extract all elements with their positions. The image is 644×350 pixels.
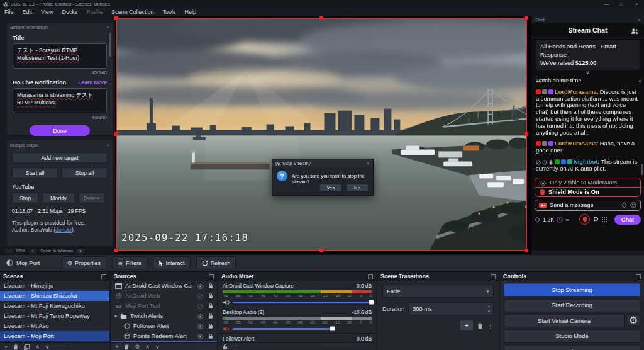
viewer-list-icon[interactable] bbox=[631, 26, 638, 35]
history-icon[interactable] bbox=[557, 216, 563, 223]
transition-select[interactable]: Fade ▾ bbox=[382, 285, 494, 298]
volume-slider[interactable] bbox=[233, 328, 372, 330]
remove-transition-icon[interactable] bbox=[477, 320, 483, 331]
scene-item[interactable]: Livecam - Mt Fuji Tenjo Ropeway bbox=[0, 311, 109, 321]
source-group[interactable]: ▾ Twitch Alerts bbox=[111, 311, 217, 321]
lock-icon[interactable] bbox=[208, 293, 213, 300]
notification-input[interactable]: Murasama is streaming テスト RTMP Multicast bbox=[13, 88, 107, 113]
visibility-icon[interactable] bbox=[197, 323, 204, 329]
source-properties-gear-icon[interactable]: ⚙ bbox=[135, 344, 140, 350]
lock-icon[interactable] bbox=[208, 283, 213, 290]
chat-input[interactable]: Send a message bbox=[535, 200, 641, 211]
dock-options-icon[interactable] bbox=[491, 273, 496, 279]
refresh-button[interactable]: Refresh bbox=[196, 256, 236, 269]
source-item[interactable]: Points Redeem Alert bbox=[111, 331, 217, 341]
stream-title-input[interactable]: テスト - Sorayuki RTMP Multistream Test (1-… bbox=[13, 43, 107, 69]
scene-item[interactable]: Livecam - Shimizu Shizuoka bbox=[0, 291, 109, 301]
zoom-out-button[interactable]: − bbox=[5, 249, 13, 253]
no-button[interactable]: No bbox=[346, 184, 369, 192]
stop-button[interactable]: Stop bbox=[12, 193, 38, 203]
remove-scene-icon[interactable] bbox=[13, 343, 18, 349]
send-chat-button[interactable]: Chat bbox=[614, 215, 641, 225]
settings-button[interactable]: Settings bbox=[504, 345, 640, 350]
zoom-in-button[interactable]: + bbox=[29, 249, 36, 253]
start-recording-button[interactable]: Start Recording bbox=[504, 299, 640, 312]
add-transition-button[interactable]: + bbox=[460, 320, 473, 330]
transition-options-icon[interactable]: ⋮ bbox=[487, 322, 494, 329]
selection-handle[interactable] bbox=[319, 16, 323, 20]
spin-up-icon[interactable]: ▲ bbox=[487, 303, 491, 308]
hidden-icon[interactable] bbox=[197, 293, 204, 299]
dialog-title-bar[interactable]: Stop Stream? × bbox=[272, 159, 373, 167]
remove-source-icon[interactable] bbox=[124, 343, 129, 349]
scene-item[interactable]: Livecam - Mt Aso bbox=[0, 321, 109, 331]
lock-icon[interactable] bbox=[208, 333, 213, 340]
selection-handle[interactable] bbox=[114, 249, 118, 252]
unlock-volume-icon[interactable] bbox=[223, 343, 228, 350]
delete-button[interactable]: Delete bbox=[79, 193, 105, 203]
add-source-icon[interactable]: + bbox=[115, 344, 118, 350]
scene-filters-icon[interactable] bbox=[24, 343, 30, 349]
more-apps-icon[interactable] bbox=[601, 216, 608, 223]
maximize-button[interactable]: □ bbox=[614, 1, 629, 7]
filters-button[interactable]: Filters bbox=[112, 256, 147, 269]
donate-link[interactable]: donate bbox=[55, 227, 72, 233]
timeout-icon[interactable] bbox=[542, 159, 547, 165]
chat-settings-gear-icon[interactable]: ⚙ bbox=[592, 215, 599, 223]
source-item[interactable]: AirDroid Web bbox=[111, 291, 217, 301]
scroll-up-icon[interactable]: ▲ bbox=[638, 77, 642, 84]
menu-tools[interactable]: Tools bbox=[158, 9, 180, 15]
add-new-target-button[interactable]: Add new target bbox=[12, 152, 108, 163]
slider-knob[interactable] bbox=[330, 326, 335, 331]
move-source-up-icon[interactable]: ∧ bbox=[145, 344, 150, 350]
close-icon[interactable]: × bbox=[106, 25, 109, 30]
slider-knob[interactable] bbox=[369, 300, 374, 305]
emote-icon[interactable] bbox=[630, 202, 636, 209]
move-source-down-icon[interactable]: ∨ bbox=[155, 344, 160, 350]
selection-handle[interactable] bbox=[319, 249, 323, 252]
selection-handle[interactable] bbox=[114, 16, 118, 20]
chat-scrollbar[interactable] bbox=[641, 164, 643, 175]
lock-icon[interactable] bbox=[208, 323, 213, 330]
move-scene-down-icon[interactable]: ∨ bbox=[45, 344, 50, 350]
visibility-icon[interactable] bbox=[197, 313, 204, 319]
learn-more-link[interactable]: Learn More bbox=[78, 79, 107, 86]
properties-button[interactable]: ⚙Properties bbox=[62, 256, 106, 269]
minimize-button[interactable]: — bbox=[599, 1, 614, 7]
virtual-camera-settings-gear-icon[interactable]: ⚙ bbox=[626, 314, 640, 326]
charity-banner[interactable]: All Hands and Hearts - Smart Response We… bbox=[536, 40, 640, 70]
source-item[interactable]: ab Moji Port Text bbox=[111, 301, 217, 311]
chat-username[interactable]: Nightbot bbox=[574, 159, 597, 165]
move-scene-up-icon[interactable]: ∧ bbox=[35, 344, 40, 350]
bits-icon[interactable] bbox=[621, 202, 627, 209]
visibility-icon[interactable] bbox=[197, 283, 204, 289]
visibility-icon[interactable] bbox=[197, 333, 204, 339]
selection-handle[interactable] bbox=[525, 249, 528, 252]
source-item[interactable]: Follower Alert bbox=[111, 321, 217, 331]
speaker-muted-icon[interactable] bbox=[223, 323, 230, 334]
interact-button[interactable]: Interact bbox=[153, 256, 191, 269]
stop-all-button[interactable]: Stop all bbox=[62, 167, 108, 178]
channel-points-icon[interactable] bbox=[535, 216, 540, 223]
yes-button[interactable]: Yes bbox=[319, 184, 342, 192]
modify-button[interactable]: Modify bbox=[42, 193, 75, 203]
menu-view[interactable]: View bbox=[36, 9, 57, 15]
dock-options-icon[interactable] bbox=[101, 273, 106, 279]
selection-handle[interactable] bbox=[525, 132, 528, 136]
menu-profile[interactable]: Profile bbox=[82, 9, 107, 15]
hidden-icon[interactable] bbox=[197, 303, 204, 309]
duration-input[interactable]: 300 ms ▲▼ bbox=[408, 302, 494, 315]
menu-file[interactable]: File bbox=[0, 9, 18, 15]
menu-help[interactable]: Help bbox=[180, 9, 201, 15]
chat-username[interactable]: LordMurasama bbox=[555, 140, 597, 147]
zoom-mode-dropdown[interactable]: ▾ bbox=[77, 249, 84, 254]
dock-options-icon[interactable] bbox=[209, 273, 214, 279]
done-button[interactable]: Done bbox=[30, 125, 90, 136]
spin-down-icon[interactable]: ▼ bbox=[487, 308, 491, 313]
start-virtual-camera-button[interactable]: Start Virtual Camera bbox=[504, 314, 625, 327]
scrollbar[interactable] bbox=[109, 33, 111, 57]
menu-edit[interactable]: Edit bbox=[18, 9, 37, 15]
dock-options-icon[interactable] bbox=[636, 273, 641, 279]
delete-message-icon[interactable] bbox=[548, 159, 553, 165]
lock-icon[interactable] bbox=[208, 313, 213, 320]
